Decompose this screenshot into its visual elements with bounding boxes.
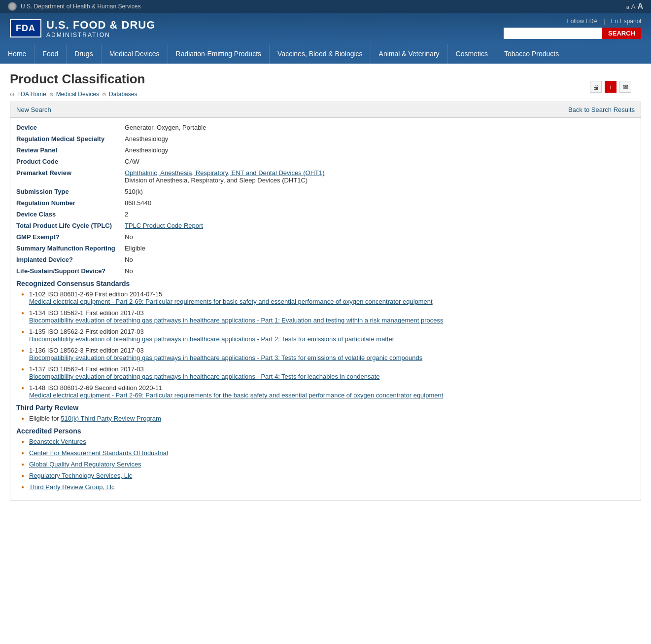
gmp-exempt-row: GMP Exempt? No bbox=[16, 233, 635, 241]
list-item: Eligible for 510(k) Third Party Review P… bbox=[21, 415, 635, 422]
content-area: New Search Back to Search Results Device… bbox=[0, 102, 651, 511]
standard-link[interactable]: Medical electrical equipment - Part 2-69… bbox=[29, 392, 443, 399]
premarket-review-sub: Division of Anesthesia, Respiratory, and… bbox=[125, 177, 308, 184]
premarket-review-value: Ophthalmic, Anesthesia, Respiratory, ENT… bbox=[125, 169, 635, 184]
accredited-person-link[interactable]: Global Quality And Regulatory Services bbox=[29, 461, 141, 468]
search-input[interactable] bbox=[504, 28, 602, 39]
fda-logo: FDA U.S. FOOD & DRUG ADMINISTRATION bbox=[10, 19, 155, 38]
font-small[interactable]: a bbox=[626, 4, 629, 10]
product-code-label: Product Code bbox=[16, 158, 125, 165]
gov-label-text: U.S. Department of Health & Human Servic… bbox=[21, 3, 140, 10]
standard-number: 1-135 ISO 18562-2 First edition 2017-03 bbox=[29, 328, 144, 335]
device-class-row: Device Class 2 bbox=[16, 211, 635, 218]
standard-link[interactable]: Biocompatibility evaluation of breathing… bbox=[29, 354, 422, 361]
header-separator: | bbox=[603, 18, 605, 25]
breadcrumb-sep-2: ⊙ bbox=[102, 92, 106, 97]
email-icon[interactable]: ✉ bbox=[619, 81, 631, 93]
life-sustain-row: Life-Sustain/Support Device? No bbox=[16, 267, 635, 275]
gmp-exempt-value: No bbox=[125, 233, 635, 241]
standard-link[interactable]: Biocompatibility evaluation of breathing… bbox=[29, 335, 394, 343]
implanted-label: Implanted Device? bbox=[16, 256, 125, 263]
premarket-review-link[interactable]: Ophthalmic, Anesthesia, Respiratory, ENT… bbox=[125, 169, 325, 177]
detail-table: Device Generator, Oxygen, Portable Regul… bbox=[10, 118, 641, 501]
standard-number: 1-102 ISO 80601-2-69 First edition 2014-… bbox=[29, 290, 162, 298]
review-list: Eligible for 510(k) Third Party Review P… bbox=[16, 415, 635, 422]
share-icon[interactable]: + bbox=[605, 81, 617, 93]
gmp-exempt-label: GMP Exempt? bbox=[16, 233, 125, 241]
page-header: Product Classification ⊙ FDA Home ⊙ Medi… bbox=[0, 64, 651, 102]
breadcrumb-databases[interactable]: Databases bbox=[109, 91, 137, 98]
review-panel-row: Review Panel Anesthesiology bbox=[16, 146, 635, 154]
search-button[interactable]: SEARCH bbox=[602, 28, 641, 39]
follow-fda-link[interactable]: Follow FDA bbox=[567, 18, 597, 25]
header-right: Follow FDA | En Español SEARCH bbox=[504, 18, 641, 39]
accredited-person-link[interactable]: Beanstock Ventures bbox=[29, 438, 86, 445]
accredited-person-link[interactable]: Center For Measurement Standards Of Indu… bbox=[29, 449, 168, 457]
reg-specialty-value: Anesthesiology bbox=[125, 135, 635, 143]
tplc-link[interactable]: TPLC Product Code Report bbox=[125, 222, 203, 229]
font-size-controls: a A A bbox=[626, 2, 643, 11]
accredited-person-link[interactable]: Regulatory Technology Services, Llc bbox=[29, 472, 132, 479]
product-code-value: CAW bbox=[125, 158, 635, 165]
standard-link[interactable]: Biocompatibility evaluation of breathing… bbox=[29, 373, 380, 380]
nav-item-food[interactable]: Food bbox=[34, 44, 67, 64]
back-to-results-link[interactable]: Back to Search Results bbox=[568, 106, 635, 113]
device-class-value: 2 bbox=[125, 211, 635, 218]
font-large[interactable]: A bbox=[637, 2, 643, 11]
submission-type-row: Submission Type 510(k) bbox=[16, 188, 635, 195]
list-item: 1-137 ISO 18562-4 First edition 2017-03B… bbox=[21, 365, 635, 380]
implanted-row: Implanted Device? No bbox=[16, 256, 635, 263]
third-party-title: Third Party Review bbox=[16, 404, 635, 412]
top-bar-gov-label: U.S. Department of Health & Human Servic… bbox=[8, 2, 140, 11]
print-icon[interactable]: 🖨 bbox=[590, 81, 602, 93]
tplc-value: TPLC Product Code Report bbox=[125, 222, 635, 229]
nav-item-tobacco[interactable]: Tobacco Products bbox=[496, 44, 567, 64]
nav-item-medical-devices[interactable]: Medical Devices bbox=[102, 44, 168, 64]
list-item: Beanstock Ventures bbox=[21, 438, 635, 445]
life-sustain-label: Life-Sustain/Support Device? bbox=[16, 267, 125, 275]
fda-badge: FDA bbox=[10, 19, 41, 37]
nav-item-drugs[interactable]: Drugs bbox=[67, 44, 101, 64]
accredited-person-link[interactable]: Third Party Review Group, Llc bbox=[29, 483, 114, 491]
nav-item-cosmetics[interactable]: Cosmetics bbox=[448, 44, 496, 64]
breadcrumb-fda-home[interactable]: FDA Home bbox=[17, 91, 46, 98]
breadcrumb-sep-1: ⊙ bbox=[49, 92, 53, 97]
standards-list: 1-102 ISO 80601-2-69 First edition 2014-… bbox=[16, 290, 635, 399]
review-panel-value: Anesthesiology bbox=[125, 146, 635, 154]
nav-item-vaccines[interactable]: Vaccines, Blood & Biologics bbox=[270, 44, 371, 64]
page-title: Product Classification bbox=[10, 72, 641, 87]
nav-item-radiation[interactable]: Radiation-Emitting Products bbox=[168, 44, 270, 64]
result-toolbar: New Search Back to Search Results bbox=[10, 102, 641, 118]
list-item: 1-134 ISO 18562-1 First edition 2017-03B… bbox=[21, 309, 635, 324]
program-link[interactable]: 510(k) Third Party Review Program bbox=[61, 415, 161, 422]
list-item: Third Party Review Group, Llc bbox=[21, 483, 635, 491]
list-item: Center For Measurement Standards Of Indu… bbox=[21, 449, 635, 457]
device-class-label: Device Class bbox=[16, 211, 125, 218]
accredited-persons-title: Accredited Persons bbox=[16, 427, 635, 435]
font-med[interactable]: A bbox=[631, 3, 636, 10]
standard-link[interactable]: Medical electrical equipment - Part 2-69… bbox=[29, 298, 433, 305]
nav-item-home[interactable]: Home bbox=[0, 44, 34, 64]
standard-number: 1-137 ISO 18562-4 First edition 2017-03 bbox=[29, 365, 144, 373]
page-tools: 🖨 + ✉ bbox=[590, 81, 641, 93]
life-sustain-value: No bbox=[125, 267, 635, 275]
regulation-number-value: 868.5440 bbox=[125, 199, 635, 207]
breadcrumb-medical-devices[interactable]: Medical Devices bbox=[56, 91, 99, 98]
reg-specialty-label: Regulation Medical Specialty bbox=[16, 135, 125, 143]
accredited-list: Beanstock VenturesCenter For Measurement… bbox=[16, 438, 635, 491]
regulation-number-label: Regulation Number bbox=[16, 199, 125, 207]
premarket-review-label: Premarket Review bbox=[16, 169, 125, 184]
summary-malfunction-label: Summary Malfunction Reporting bbox=[16, 245, 125, 252]
new-search-link[interactable]: New Search bbox=[16, 106, 51, 113]
summary-malfunction-value: Eligible bbox=[125, 245, 635, 252]
list-item: Global Quality And Regulatory Services bbox=[21, 461, 635, 468]
device-value: Generator, Oxygen, Portable bbox=[125, 124, 635, 131]
implanted-value: No bbox=[125, 256, 635, 263]
submission-type-value: 510(k) bbox=[125, 188, 635, 195]
en-espanol-link[interactable]: En Español bbox=[611, 18, 641, 25]
list-item: 1-102 ISO 80601-2-69 First edition 2014-… bbox=[21, 290, 635, 305]
nav-item-animal[interactable]: Animal & Veterinary bbox=[371, 44, 448, 64]
standard-number: 1-148 ISO 80601-2-69 Second edition 2020… bbox=[29, 384, 162, 392]
fda-title-main: U.S. FOOD & DRUG bbox=[46, 19, 155, 32]
standard-link[interactable]: Biocompatibility evaluation of breathing… bbox=[29, 317, 443, 324]
